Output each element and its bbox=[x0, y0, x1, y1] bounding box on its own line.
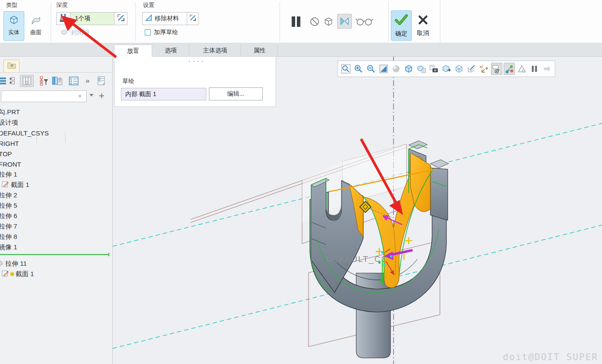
tree-item-extrude-1[interactable]: 拉伸 1 bbox=[0, 169, 112, 180]
edit-sketch-button[interactable]: 编辑... bbox=[209, 87, 263, 100]
unattached-preview-button[interactable] bbox=[322, 16, 335, 28]
ok-button[interactable]: 确定 bbox=[391, 10, 412, 41]
right-front-prong bbox=[430, 168, 448, 220]
saved-views-icon[interactable] bbox=[416, 63, 427, 75]
clear-search-icon[interactable]: × bbox=[78, 92, 82, 100]
tree-search-input[interactable] bbox=[1, 90, 87, 102]
sketch-icon bbox=[2, 270, 9, 278]
graphics-toolbar: x/ bbox=[338, 61, 555, 77]
section-divider bbox=[135, 2, 136, 42]
list-panel-icon[interactable] bbox=[68, 75, 80, 87]
spin-center-icon[interactable] bbox=[504, 63, 515, 75]
tree-item-extrude-8[interactable]: 拉伸 8 bbox=[0, 232, 112, 242]
repaint-icon[interactable] bbox=[378, 63, 389, 75]
divider bbox=[0, 72, 112, 73]
tree-item-extrude-5[interactable]: 拉伸 5 bbox=[0, 200, 112, 211]
solid-type-button[interactable]: 实体 bbox=[3, 11, 24, 41]
settings-section-label: 设置 bbox=[143, 1, 154, 9]
pause-feature-button[interactable] bbox=[288, 13, 304, 30]
tree-item-section-1[interactable]: 截面 1 bbox=[0, 180, 112, 190]
tab-body-options[interactable]: 主体选项 bbox=[190, 45, 241, 57]
tree-item-right-plane[interactable]: RIGHT bbox=[0, 138, 112, 148]
capped-ends-option: 封闭端 bbox=[60, 28, 89, 38]
shading-style-icon[interactable] bbox=[390, 63, 402, 75]
watermark: doit@DOIT SUPER bbox=[503, 352, 598, 362]
notes-doc-icon[interactable] bbox=[95, 75, 107, 87]
depth-section-label: 深度 bbox=[56, 1, 68, 9]
sketch-collector-field[interactable]: 内部 截面 1 bbox=[121, 88, 206, 100]
tree-item-section-1-new[interactable]: ✱ 截面 1 bbox=[0, 269, 112, 279]
tree-item-default-csys[interactable]: DEFAULT_CSYS bbox=[0, 128, 112, 138]
annotation-display-icon[interactable] bbox=[491, 63, 502, 75]
flip-arrows-icon bbox=[117, 13, 125, 24]
no-preview-button[interactable] bbox=[309, 16, 321, 28]
flip-depth-direction-button[interactable] bbox=[114, 12, 127, 25]
type-section-label: 类型 bbox=[6, 1, 17, 9]
tab-placement[interactable]: 放置 bbox=[114, 45, 152, 57]
checkbox-icon[interactable] bbox=[145, 29, 151, 35]
columns-icon[interactable] bbox=[20, 75, 34, 87]
tree-item-mirror-1[interactable]: 镜像 1 bbox=[0, 242, 112, 252]
zoom-out-icon[interactable] bbox=[365, 63, 377, 75]
right-front-prong-top bbox=[430, 160, 449, 168]
cancel-button[interactable]: 取消 bbox=[413, 10, 433, 41]
tree-item-top-plane[interactable]: TOP bbox=[0, 148, 112, 159]
tree-item-extrude-7[interactable]: 拉伸 7 bbox=[0, 221, 112, 232]
capped-ends-icon bbox=[60, 28, 68, 38]
tree-expand-icon[interactable] bbox=[7, 75, 19, 87]
datum-display-icon[interactable]: x/ bbox=[478, 63, 490, 75]
overflow-chevrons-icon[interactable]: » bbox=[81, 75, 94, 87]
section-divider bbox=[440, 0, 440, 43]
glasses-check-button[interactable] bbox=[355, 16, 374, 28]
tree-item-design-items[interactable]: 设计项 bbox=[0, 117, 112, 128]
new-feature-badge: ✱ bbox=[10, 271, 15, 277]
tree-item-extrude-6[interactable]: 拉伸 6 bbox=[0, 211, 112, 221]
tree-item-extrude-11[interactable]: 拉伸 11 bbox=[0, 258, 112, 269]
add-search-icon[interactable]: + bbox=[99, 90, 104, 102]
panel-drag-handle[interactable] bbox=[187, 61, 205, 62]
sketch-label: 草绘 bbox=[122, 77, 134, 85]
search-dropdown-icon[interactable] bbox=[89, 94, 94, 97]
depth-type-button[interactable] bbox=[56, 12, 71, 25]
placement-panel: 草绘 内部 截面 1 编辑... bbox=[114, 57, 276, 107]
tree-item-part[interactable]: 勾.PRT bbox=[0, 107, 112, 117]
tree-item-extrude-2[interactable]: 拉伸 2 bbox=[0, 190, 112, 200]
verify-preview-button[interactable] bbox=[337, 14, 352, 29]
model-tree-panel: ✲ » × + 勾.PRT 设计项 DEFAULT_CSYS RIGHT TOP… bbox=[0, 57, 113, 364]
stem bbox=[356, 273, 390, 358]
insert-here-locator[interactable] bbox=[0, 254, 109, 255]
surface-type-button[interactable]: 曲面 bbox=[26, 11, 46, 41]
dashboard-ribbon: 类型 实体 曲面 深度 1个项 封闭端 设置 移除材料 bbox=[0, 0, 602, 43]
perspective-icon[interactable] bbox=[453, 63, 465, 75]
tree-item-front-plane[interactable]: FRONT bbox=[0, 159, 112, 169]
model-tree-folder-icon: ✲ bbox=[7, 61, 16, 71]
depth-to-selected-icon bbox=[59, 13, 68, 24]
section-icon[interactable] bbox=[466, 63, 477, 75]
remove-material-toggle[interactable]: 移除材料 bbox=[142, 12, 187, 25]
extrude-icon bbox=[0, 260, 3, 268]
geometry-check-icon[interactable] bbox=[516, 63, 527, 75]
sketch-icon bbox=[2, 180, 9, 189]
resume-icon[interactable] bbox=[541, 63, 553, 75]
screenshot-icon[interactable] bbox=[428, 63, 439, 75]
zoom-region-icon[interactable] bbox=[340, 63, 351, 75]
section-divider bbox=[51, 2, 51, 42]
flip-arrows-icon bbox=[189, 14, 197, 23]
solid-cube-icon bbox=[8, 14, 20, 27]
pause-icon[interactable] bbox=[529, 63, 540, 75]
section-divider bbox=[388, 2, 389, 42]
tab-options[interactable]: 选项 bbox=[153, 45, 189, 57]
thicken-sketch-checkbox-row[interactable]: 加厚草绘 bbox=[145, 29, 178, 36]
model-tree-tab[interactable]: ✲ bbox=[3, 60, 20, 72]
flip-material-side-button[interactable] bbox=[187, 12, 198, 25]
filter-icon[interactable] bbox=[38, 75, 50, 87]
tab-properties[interactable]: 属性 bbox=[241, 45, 278, 57]
books-icon[interactable] bbox=[51, 75, 63, 87]
display-style-icon[interactable] bbox=[403, 63, 414, 75]
zoom-in-icon[interactable] bbox=[353, 63, 364, 75]
section-divider bbox=[280, 2, 280, 42]
green-check-icon bbox=[394, 13, 409, 28]
remove-material-icon bbox=[145, 14, 153, 23]
view-normal-icon[interactable] bbox=[441, 63, 452, 75]
depth-value-field[interactable]: 1个项 bbox=[71, 12, 114, 25]
